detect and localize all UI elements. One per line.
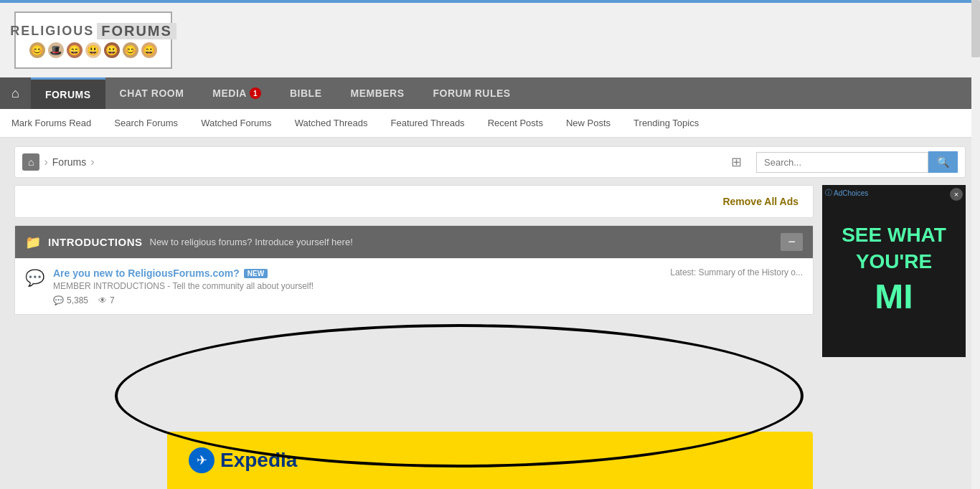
ad-close-button[interactable]: × [950,188,963,201]
latest-text: Latest: Summary of the History o... [670,267,803,277]
scrollbar-track[interactable] [971,0,980,364]
subnav-recent-posts[interactable]: Recent Posts [476,109,555,137]
logo-area: RELIGIOUS FORUMS 😊 🎩 😄 😃 😀 😊 😄 [0,3,980,77]
site-logo[interactable]: RELIGIOUS FORUMS 😊 🎩 😄 😃 😀 😊 😄 [14,11,172,69]
forum-section-introductions: 📁 INTRODUCTIONS New to religious forums?… [14,225,814,315]
breadcrumb-home-button[interactable]: ⌂ [22,153,39,171]
nav-item-chatroom[interactable]: CHAT ROOM [105,77,199,109]
search-button[interactable]: 🔍 [928,151,958,173]
nav-item-forums[interactable]: FORUMS [31,77,105,109]
breadcrumb-arrow: › [44,156,47,168]
forum-row-content: Are you new to ReligiousForums.com? NEW … [53,267,661,305]
breadcrumb-left: ⌂ › Forums › [22,153,95,171]
forum-row: 💬 Are you new to ReligiousForums.com? NE… [15,258,813,314]
forum-section-name: INTRODUCTIONS [48,236,143,248]
logo-faces: 😊 🎩 😄 😃 😀 😊 😄 [29,42,157,58]
breadcrumb-bar: ⌂ › Forums › ⊞ 🔍 [14,146,966,178]
nav-item-media[interactable]: MEDIA 1 [198,77,275,109]
forum-thread-title[interactable]: Are you new to ReligiousForums.com? [53,267,240,279]
forum-thread-meta: MEMBER INTRODUCTIONS - Tell the communit… [53,281,661,291]
remove-all-ads-link[interactable]: Remove All Ads [722,196,798,207]
main-content: Remove All Ads 📁 INTRODUCTIONS New to re… [14,185,814,357]
nav-item-bible[interactable]: BIBLE [275,77,336,109]
logo-religious: RELIGIOUS [10,24,94,39]
replies-stat: 💬 5,385 [53,295,88,305]
subnav-trending-topics[interactable]: Trending Topics [622,109,710,137]
replies-count: 5,385 [67,295,88,305]
adchoices-label: ⓘ AdChoices [825,188,868,198]
nav-home-button[interactable]: ⌂ [0,77,31,109]
main-nav: ⌂ FORUMS CHAT ROOM MEDIA 1 BIBLE MEMBERS… [0,77,980,109]
breadcrumb-arrow2: › [90,156,94,168]
folder-icon: 📁 [25,234,41,250]
views-stat: 👁 7 [98,295,115,305]
subnav-mark-forums-read[interactable]: Mark Forums Read [0,109,103,137]
views-icon: 👁 [98,295,107,305]
subnav-featured-threads[interactable]: Featured Threads [380,109,476,137]
forum-section-header: 📁 INTRODUCTIONS New to religious forums?… [15,226,813,258]
scrollbar-thumb[interactable] [971,0,980,57]
search-bar: 🔍 [756,151,958,173]
replies-icon: 💬 [53,295,64,305]
content-wrap: Remove All Ads 📁 INTRODUCTIONS New to re… [14,185,966,357]
forum-section-collapse-button[interactable]: − [781,233,803,251]
ad-container: ⓘ AdChoices × SEE WHAT YOU'RE MI [822,185,966,357]
search-input[interactable] [756,152,928,173]
forum-thread-stats: 💬 5,385 👁 7 [53,295,661,305]
breadcrumb-forums: Forums [52,156,86,168]
org-structure-icon[interactable]: ⊞ [731,154,742,170]
forum-section-title-area: 📁 INTRODUCTIONS New to religious forums?… [25,234,353,250]
new-badge: NEW [244,269,268,278]
ads-bar: Remove All Ads [14,185,814,218]
subnav-search-forums[interactable]: Search Forums [103,109,189,137]
media-badge: 1 [250,87,261,99]
logo-forums: FORUMS [97,23,176,39]
subnav-watched-threads[interactable]: Watched Threads [283,109,380,137]
forum-latest: Latest: Summary of the History o... [670,267,803,277]
adchoices-icon: ⓘ [825,188,832,198]
nav-item-members[interactable]: MEMBERS [336,77,418,109]
views-count: 7 [110,295,115,305]
subnav-watched-forums[interactable]: Watched Forums [189,109,283,137]
sub-nav: Mark Forums Read Search Forums Watched F… [0,109,980,138]
forum-thread-icon: 💬 [25,269,44,288]
nav-item-forum-rules[interactable]: FORUM RULES [419,77,525,109]
side-ad: ⓘ AdChoices × SEE WHAT YOU'RE MI [822,185,966,357]
forum-section-subtitle: New to religious forums? Introduce yours… [150,237,353,247]
ad-text: SEE WHAT YOU'RE MI [842,222,946,319]
subnav-new-posts[interactable]: New Posts [555,109,622,137]
